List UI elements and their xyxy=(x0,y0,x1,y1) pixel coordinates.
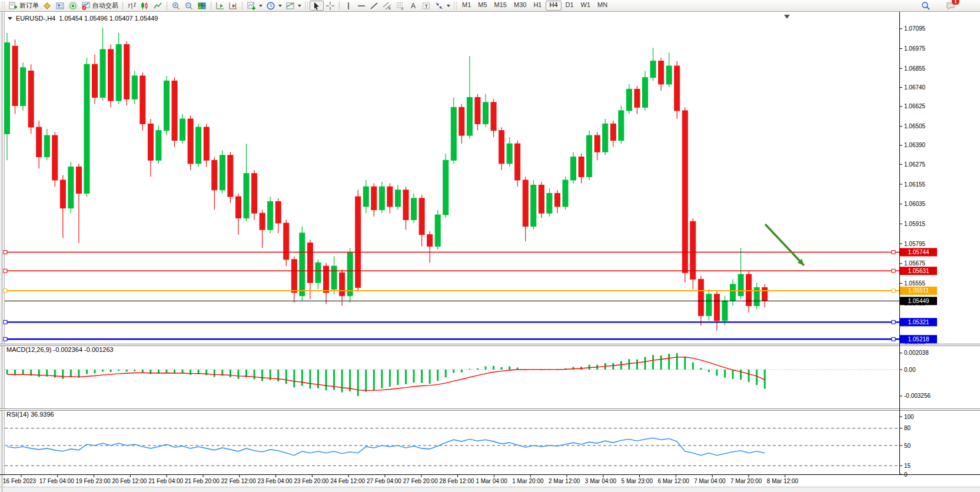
candle-body xyxy=(291,260,297,292)
time-axis-label: 21 Feb 04:00 xyxy=(148,478,183,484)
candle-body xyxy=(92,64,98,97)
time-axis-label: 17 Feb 04:00 xyxy=(39,478,74,484)
text-tool-button[interactable]: A xyxy=(407,1,420,11)
timeframe-button-D1[interactable]: D1 xyxy=(563,1,577,9)
timeframe-button-MN[interactable]: MN xyxy=(594,1,610,9)
auto-scroll-button[interactable] xyxy=(214,1,227,11)
macd-bar xyxy=(341,370,343,393)
tile-windows-button[interactable] xyxy=(195,1,208,11)
candle-body xyxy=(28,71,34,128)
time-axis-label: 1 Mar 20:00 xyxy=(512,478,544,484)
price-axis-label: 1.06505 xyxy=(904,123,926,129)
template-icon xyxy=(285,1,295,11)
line-handle[interactable] xyxy=(4,337,7,341)
line-handle[interactable] xyxy=(892,337,895,341)
candle-body xyxy=(419,198,424,235)
market-watch-icon xyxy=(42,1,52,11)
time-axis-label: 5 Mar 23:00 xyxy=(622,478,653,484)
candlestick-chart-button[interactable] xyxy=(138,1,151,11)
line-handle[interactable] xyxy=(892,269,895,272)
template-button[interactable] xyxy=(284,1,303,11)
toolbar-right-group: 1 xyxy=(921,1,980,11)
timeframe-button-M5[interactable]: M5 xyxy=(475,1,490,9)
line-handle[interactable] xyxy=(4,269,7,272)
time-axis-label: 27 Feb 20:00 xyxy=(403,478,438,484)
macd-bar xyxy=(317,370,319,388)
candle-body xyxy=(587,135,592,177)
tile-windows-icon xyxy=(197,1,207,11)
chart-shift-button[interactable] xyxy=(227,1,240,11)
text-label-tool-button[interactable]: T xyxy=(420,1,433,11)
crosshair-tool-button[interactable] xyxy=(324,1,337,11)
line-handle[interactable] xyxy=(4,250,7,254)
channel-tool-button[interactable]: E xyxy=(381,1,394,11)
search-icon[interactable] xyxy=(921,1,931,11)
macd-bar xyxy=(453,370,454,373)
timeframe-button-H1[interactable]: H1 xyxy=(530,1,544,9)
line-handle[interactable] xyxy=(892,320,895,324)
candle-body xyxy=(21,68,26,106)
fibonacci-tool-button[interactable]: F xyxy=(394,1,407,11)
navigator-button[interactable] xyxy=(67,1,79,11)
price-axis-label: 1.06740 xyxy=(904,84,926,91)
candle-body xyxy=(5,43,10,134)
cursor-tool-button[interactable] xyxy=(310,1,324,11)
macd-bar xyxy=(660,355,662,370)
symbol-dropdown-icon[interactable] xyxy=(8,17,12,20)
notifications-button[interactable]: 1 xyxy=(946,1,955,11)
price-tag-label: 1.05511 xyxy=(908,287,929,294)
line-handle[interactable] xyxy=(892,250,895,254)
add-indicator-button[interactable] xyxy=(245,1,264,11)
price-tag-label: 1.05744 xyxy=(908,249,929,255)
timeframe-button-W1[interactable]: W1 xyxy=(578,1,594,9)
candle-body xyxy=(324,266,329,292)
candle-body xyxy=(331,266,337,289)
candle-body xyxy=(52,135,58,180)
timeframe-button-M1[interactable]: M1 xyxy=(459,1,474,9)
toolbar-separator xyxy=(122,2,123,10)
line-handle[interactable] xyxy=(4,289,7,292)
shapes-tool-button[interactable] xyxy=(433,1,452,11)
period-button[interactable] xyxy=(264,1,284,11)
data-window-button[interactable] xyxy=(54,1,67,11)
candle-body xyxy=(714,294,719,321)
candle-body xyxy=(164,81,170,130)
zoom-out-button[interactable] xyxy=(182,1,195,11)
navigator-icon xyxy=(68,1,78,11)
svg-text:T: T xyxy=(425,3,428,9)
timeframe-group: M1M5M15M30H1H4D1W1MN xyxy=(459,1,611,11)
macd-bar xyxy=(205,370,207,375)
candle-body xyxy=(307,243,313,282)
zoom-in-button[interactable] xyxy=(170,1,182,11)
candle-body xyxy=(228,155,233,197)
chart-background xyxy=(0,11,980,492)
candle-body xyxy=(579,157,584,177)
chart-shift-icon xyxy=(228,1,238,11)
macd-bar xyxy=(461,370,463,373)
candlestick-chart-icon xyxy=(140,1,150,11)
macd-bar xyxy=(652,355,654,370)
time-axis-label: 8 Mar 12:00 xyxy=(767,478,799,484)
candle-body xyxy=(475,97,480,124)
vertical-line-tool-button[interactable] xyxy=(342,1,355,11)
chart-canvas[interactable]: 1.070951.069751.068551.067401.066251.065… xyxy=(0,0,980,492)
autotrading-button[interactable]: 自动交易 xyxy=(79,1,120,11)
line-chart-button[interactable] xyxy=(151,1,164,11)
horizontal-line-tool-button[interactable] xyxy=(355,1,368,11)
timeframe-button-H4[interactable]: H4 xyxy=(546,1,561,11)
macd-bar xyxy=(684,357,686,370)
market-watch-button[interactable] xyxy=(41,1,54,11)
macd-bar xyxy=(54,370,56,378)
data-window-icon xyxy=(55,1,65,11)
timeframe-button-M30[interactable]: M30 xyxy=(511,1,529,9)
line-handle[interactable] xyxy=(4,320,7,324)
candle-body xyxy=(451,107,456,160)
timeframe-button-M15[interactable]: M15 xyxy=(491,1,510,9)
line-handle[interactable] xyxy=(892,289,895,292)
new-order-button[interactable]: 新订单 xyxy=(6,1,41,11)
dropdown-caret-icon xyxy=(259,5,263,7)
candle-body xyxy=(698,280,703,316)
trendline-tool-button[interactable] xyxy=(368,1,381,11)
candle-body xyxy=(626,89,632,111)
bar-chart-button[interactable] xyxy=(125,1,138,11)
